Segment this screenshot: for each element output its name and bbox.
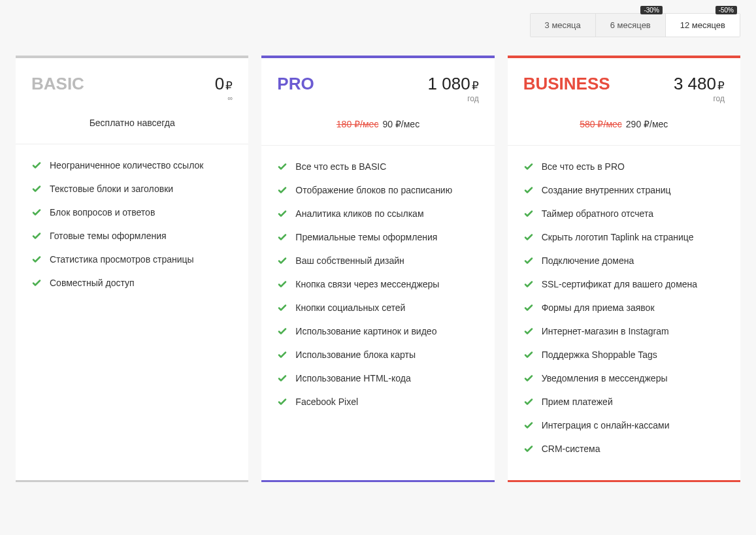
plan-price-currency: ₽ [225, 80, 233, 92]
plan-header: PRO1 080₽год [261, 58, 494, 111]
plan-subhead-text: 290 ₽/мес [626, 119, 668, 129]
plan-price-value: 3 480 [674, 74, 716, 93]
plan-period: год [428, 94, 479, 103]
plan-bottombar [261, 480, 494, 482]
feature-item: Премиальные темы оформления [277, 225, 478, 249]
feature-text: Кнопка связи через мессенджеры [295, 279, 439, 289]
feature-text: Отображение блоков по расписанию [295, 185, 452, 195]
feature-text: Формы для приема заявок [542, 302, 655, 313]
feature-text: Скрыть логотип Taplink на странице [542, 232, 694, 242]
feature-item: Поддержка Shoppable Tags [523, 343, 725, 366]
plan-name: BUSINESS [523, 74, 610, 94]
plan-price-currency: ₽ [472, 80, 479, 92]
plan-old-price: 180 ₽/мес [337, 119, 379, 129]
check-icon [523, 373, 534, 383]
check-icon [277, 349, 288, 360]
check-icon [523, 397, 534, 407]
feature-text: Кнопки социальных сетей [295, 302, 405, 313]
feature-item: CRM-система [523, 437, 725, 461]
feature-text: Таймер обратного отсчета [542, 208, 653, 219]
feature-item: Совместный доступ [31, 271, 233, 295]
period-tab-label: 6 месяцев [610, 20, 651, 30]
plan-name: BASIC [31, 74, 84, 94]
plan-features: Все что есть в PROСоздание внутренних ст… [508, 145, 740, 480]
feature-item: Использование HTML-кода [277, 366, 478, 390]
feature-item: Скрыть логотип Taplink на странице [523, 225, 725, 249]
feature-text: Facebook Pixel [295, 397, 358, 407]
check-icon [277, 208, 288, 219]
check-icon [523, 161, 534, 172]
feature-text: Совместный доступ [50, 278, 135, 288]
check-icon [31, 254, 42, 265]
feature-item: Все что есть в PRO [523, 155, 725, 178]
check-icon [523, 326, 534, 336]
feature-item: Аналитика кликов по ссылкам [277, 202, 478, 225]
plan-subhead: Бесплатно навсегда [16, 110, 248, 144]
feature-item: Кнопка связи через мессенджеры [277, 272, 478, 296]
period-tab-0[interactable]: 3 месяца [531, 14, 596, 37]
check-icon [277, 185, 288, 195]
check-icon [523, 349, 534, 360]
feature-item: Блок вопросов и ответов [31, 201, 233, 224]
period-tab-1[interactable]: 6 месяцев-30% [596, 14, 666, 37]
check-icon [31, 207, 42, 218]
feature-item: Статистика просмотров страницы [31, 248, 233, 271]
plan-price-value: 0 [215, 74, 224, 93]
feature-text: Текстовые блоки и заголовки [50, 184, 173, 194]
plan-price: 1 080₽ [428, 74, 479, 94]
feature-text: CRM-система [542, 444, 600, 454]
period-tabs: 3 месяца6 месяцев-30%12 месяцев-50% [16, 13, 740, 37]
feature-item: Готовые темы оформления [31, 224, 233, 248]
feature-text: Использование HTML-кода [295, 373, 410, 383]
feature-text: Все что есть в BASIC [295, 161, 386, 172]
plan-subhead-text: Бесплатно навсегда [90, 118, 175, 128]
feature-text: Все что есть в PRO [542, 161, 625, 172]
feature-text: Ваш собственный дизайн [295, 255, 404, 266]
plan-features: Неограниченное количество ссылокТекстовы… [16, 144, 248, 314]
plan-name: PRO [277, 74, 314, 94]
feature-text: Интернет-магазин в Instagram [542, 326, 669, 336]
feature-item: Интернет-магазин в Instagram [523, 319, 725, 343]
plan-price-block: 3 480₽год [674, 74, 725, 103]
check-icon [277, 373, 288, 383]
pricing-plans: BASIC0₽∞Бесплатно навсегдаНеограниченное… [16, 56, 740, 482]
feature-item: Интеграция с онлайн-кассами [523, 413, 725, 437]
check-icon [31, 184, 42, 194]
check-icon [277, 326, 288, 336]
discount-badge: -30% [640, 6, 662, 14]
feature-text: SSL-сертификат для вашего домена [542, 279, 697, 289]
plan-period: ∞ [215, 94, 233, 102]
plan-subhead: 180 ₽/мес90 ₽/мес [261, 111, 494, 145]
feature-text: Прием платежей [542, 397, 613, 407]
feature-text: Подключение домена [542, 255, 634, 266]
check-icon [523, 208, 534, 219]
feature-item: Ваш собственный дизайн [277, 249, 478, 272]
feature-text: Блок вопросов и ответов [50, 207, 155, 218]
feature-text: Уведомления в мессенджеры [542, 373, 668, 383]
feature-item: Прием платежей [523, 390, 725, 413]
plan-price: 3 480₽ [674, 74, 725, 94]
feature-item: Подключение домена [523, 249, 725, 272]
check-icon [277, 161, 288, 172]
feature-text: Использование картинок и видео [295, 326, 436, 336]
feature-item: SSL-сертификат для вашего домена [523, 272, 725, 296]
period-tab-label: 3 месяца [545, 20, 581, 30]
feature-item: Отображение блоков по расписанию [277, 178, 478, 202]
plan-bottombar [508, 480, 740, 482]
feature-text: Готовые темы оформления [50, 231, 167, 241]
feature-item: Создание внутренних страниц [523, 178, 725, 202]
feature-text: Создание внутренних страниц [542, 185, 671, 195]
check-icon [277, 255, 288, 266]
plan-price: 0₽ [215, 74, 233, 94]
check-icon [31, 278, 42, 288]
check-icon [523, 302, 534, 313]
feature-text: Использование блока карты [295, 349, 416, 360]
period-tab-2[interactable]: 12 месяцев-50% [666, 14, 740, 37]
plan-card-business: BUSINESS3 480₽год580 ₽/мес290 ₽/месВсе ч… [508, 56, 740, 482]
feature-text: Интеграция с онлайн-кассами [542, 420, 670, 430]
plan-subhead: 580 ₽/мес290 ₽/мес [508, 111, 740, 145]
plan-price-block: 1 080₽год [428, 74, 479, 103]
check-icon [523, 232, 534, 242]
plan-card-pro: PRO1 080₽год180 ₽/мес90 ₽/месВсе что ест… [261, 56, 494, 482]
feature-item: Уведомления в мессенджеры [523, 366, 725, 390]
